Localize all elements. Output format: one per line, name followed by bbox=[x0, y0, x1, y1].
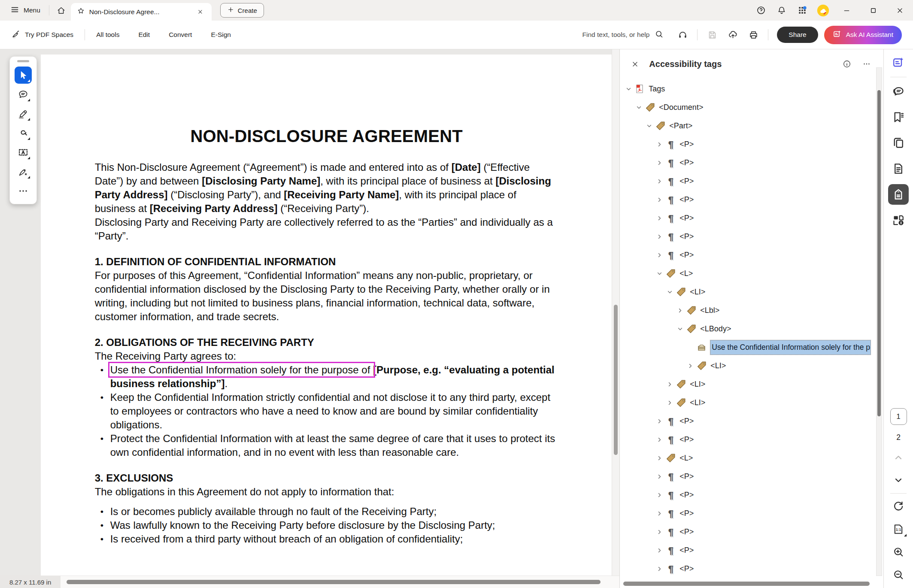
tree-item[interactable]: ¶<P> bbox=[623, 541, 871, 560]
actual-size-button[interactable]: 1:1 bbox=[891, 522, 906, 536]
share-button[interactable]: Share bbox=[777, 27, 818, 43]
tree-item[interactable]: <LBody> bbox=[623, 320, 871, 338]
tree-item[interactable]: ¶<P> bbox=[623, 504, 871, 523]
tree-item[interactable]: <L> bbox=[623, 449, 871, 467]
chevron-right-icon[interactable] bbox=[664, 379, 675, 390]
text-box-tool[interactable] bbox=[15, 144, 32, 161]
chevron-down-icon[interactable] bbox=[654, 269, 664, 279]
document-tab[interactable]: Non-Disclosure Agree... bbox=[71, 3, 212, 21]
chevron-right-icon[interactable] bbox=[654, 453, 664, 464]
toolbar-drag-handle[interactable] bbox=[17, 60, 29, 62]
chevron-down-icon[interactable] bbox=[644, 121, 654, 131]
tree-item[interactable]: <L> bbox=[623, 264, 871, 283]
tree-item[interactable]: ¶<P> bbox=[623, 430, 871, 449]
chevron-down-icon[interactable] bbox=[675, 324, 685, 334]
tree-item[interactable]: ¶<P> bbox=[623, 412, 871, 430]
tree-item[interactable]: ¶<P> bbox=[623, 467, 871, 486]
sign-tool[interactable] bbox=[15, 163, 32, 180]
cloud-upload-button[interactable] bbox=[723, 25, 742, 44]
chevron-right-icon[interactable] bbox=[654, 564, 664, 574]
tree-item[interactable]: ¶<P> bbox=[623, 246, 871, 264]
ai-assistant-icon[interactable] bbox=[891, 55, 906, 70]
comment-tool[interactable] bbox=[15, 86, 32, 103]
chevron-right-icon[interactable] bbox=[685, 361, 695, 371]
tree-item[interactable]: <Part> bbox=[623, 117, 871, 135]
toolbar-nav-e-sign[interactable]: E-Sign bbox=[211, 31, 231, 39]
tree-item[interactable]: <LI> bbox=[623, 283, 871, 301]
next-page-number[interactable]: 2 bbox=[896, 433, 901, 442]
ask-ai-assistant-button[interactable]: Ask AI Assistant bbox=[824, 26, 902, 44]
menu-button[interactable]: Menu bbox=[4, 0, 46, 21]
scrollbar-thumb[interactable] bbox=[614, 305, 618, 455]
scrollbar-thumb[interactable] bbox=[877, 90, 881, 416]
apps-grid-button[interactable] bbox=[792, 0, 813, 21]
document-vertical-scrollbar[interactable] bbox=[612, 49, 619, 576]
chevron-down-icon[interactable] bbox=[623, 84, 634, 94]
chevron-right-icon[interactable] bbox=[654, 416, 664, 427]
chevron-right-icon[interactable] bbox=[654, 527, 664, 537]
notifications-button[interactable] bbox=[771, 0, 792, 21]
tree-item[interactable]: ¶<P> bbox=[623, 227, 871, 246]
chevron-right-icon[interactable] bbox=[664, 398, 675, 408]
chevron-right-icon[interactable] bbox=[654, 139, 664, 150]
page-down-button[interactable] bbox=[891, 473, 906, 488]
tree-item[interactable]: <LI> bbox=[623, 357, 871, 375]
tree-item[interactable]: ¶<P> bbox=[623, 191, 871, 209]
page-content-icon[interactable] bbox=[891, 161, 906, 176]
tree-item[interactable]: <LI> bbox=[623, 375, 871, 394]
accessibility-tags-icon[interactable] bbox=[888, 184, 909, 205]
star-icon[interactable] bbox=[77, 7, 85, 17]
chevron-right-icon[interactable] bbox=[654, 176, 664, 187]
draw-tool[interactable] bbox=[15, 124, 32, 142]
info-icon[interactable] bbox=[841, 58, 852, 70]
tree-item[interactable]: ¶<P> bbox=[623, 172, 871, 191]
chevron-right-icon[interactable] bbox=[654, 546, 664, 556]
zoom-in-button[interactable] bbox=[891, 545, 906, 559]
tree-item[interactable]: ¶<P> bbox=[623, 523, 871, 541]
chevron-right-icon[interactable] bbox=[654, 472, 664, 482]
organize-pages-icon[interactable] bbox=[891, 136, 906, 150]
tree-item[interactable]: ¶<P> bbox=[623, 135, 871, 154]
chevron-right-icon[interactable] bbox=[654, 213, 664, 224]
tree-item[interactable]: ¶<P> bbox=[623, 486, 871, 504]
chevron-right-icon[interactable] bbox=[654, 490, 664, 500]
chevron-right-icon[interactable] bbox=[675, 306, 685, 316]
avatar[interactable] bbox=[813, 4, 833, 17]
toolbar-nav-convert[interactable]: Convert bbox=[169, 31, 192, 39]
tree-item[interactable]: <Lbl> bbox=[623, 301, 871, 320]
zoom-out-button[interactable] bbox=[891, 567, 906, 582]
chevron-right-icon[interactable] bbox=[654, 195, 664, 205]
print-button[interactable] bbox=[744, 25, 763, 44]
tree-item[interactable]: ¶<P> bbox=[623, 209, 871, 227]
tree-item[interactable]: <Document> bbox=[623, 98, 871, 117]
panel-vertical-scrollbar[interactable] bbox=[876, 67, 882, 576]
minimize-button[interactable] bbox=[833, 0, 860, 21]
chevron-down-icon[interactable] bbox=[634, 103, 644, 113]
toolbar-nav-edit[interactable]: Edit bbox=[138, 31, 150, 39]
chevron-right-icon[interactable] bbox=[654, 158, 664, 168]
more-tools[interactable] bbox=[15, 182, 32, 200]
tree-item[interactable]: Tags bbox=[623, 80, 871, 98]
create-button[interactable]: Create bbox=[220, 3, 264, 18]
tree-item[interactable]: ¶<P> bbox=[623, 154, 871, 172]
highlight-tool[interactable] bbox=[15, 105, 32, 122]
chevron-right-icon[interactable] bbox=[654, 250, 664, 261]
toolbar-nav-all-tools[interactable]: All tools bbox=[96, 31, 119, 39]
reading-order-icon[interactable] bbox=[891, 213, 906, 227]
bookmarks-icon[interactable] bbox=[891, 110, 906, 124]
panel-horizontal-scrollbar[interactable] bbox=[623, 582, 872, 586]
tab-close-button[interactable] bbox=[195, 7, 206, 17]
refresh-button[interactable] bbox=[891, 499, 906, 514]
panel-options-button[interactable] bbox=[861, 58, 872, 70]
window-close-button[interactable] bbox=[886, 0, 913, 21]
chevron-right-icon[interactable] bbox=[654, 509, 664, 519]
search-field[interactable]: Find text, tools, or help bbox=[582, 30, 673, 40]
chevron-right-icon[interactable] bbox=[654, 435, 664, 445]
current-page-indicator[interactable]: 1 bbox=[890, 408, 907, 425]
tree-item[interactable]: ¶<P> bbox=[623, 560, 871, 578]
chevron-down-icon[interactable] bbox=[664, 287, 675, 297]
comments-icon[interactable] bbox=[891, 84, 906, 99]
tree-item-selected[interactable]: Use the Confidential Information solely … bbox=[623, 338, 871, 357]
help-button[interactable] bbox=[751, 0, 771, 21]
panel-close-button[interactable] bbox=[629, 58, 640, 70]
